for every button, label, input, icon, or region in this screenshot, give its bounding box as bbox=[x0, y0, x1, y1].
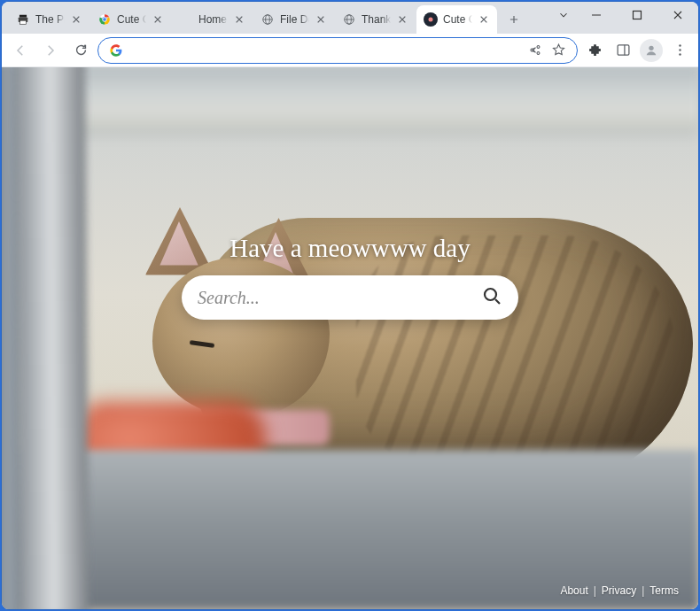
close-icon[interactable] bbox=[70, 13, 82, 26]
close-icon[interactable] bbox=[315, 13, 327, 26]
separator: | bbox=[594, 584, 596, 597]
svg-rect-12 bbox=[618, 45, 629, 55]
chevron-down-icon[interactable] bbox=[551, 2, 576, 28]
svg-point-14 bbox=[679, 44, 681, 46]
tab-label: Cute Cats bbox=[443, 13, 472, 26]
toolbar bbox=[2, 34, 698, 67]
close-window-button[interactable] bbox=[657, 2, 698, 28]
profile-button[interactable] bbox=[638, 37, 665, 64]
svg-rect-11 bbox=[634, 12, 642, 19]
blank-icon bbox=[179, 12, 193, 27]
browser-window: The Pirate Cute Cats Home | C bbox=[2, 2, 698, 609]
tab-label: Cute Cats bbox=[117, 13, 146, 26]
svg-rect-0 bbox=[19, 15, 27, 18]
footer-terms-link[interactable]: Terms bbox=[649, 584, 679, 597]
sidepanel-button[interactable] bbox=[610, 37, 636, 64]
window-controls bbox=[551, 2, 698, 28]
minimize-button[interactable] bbox=[576, 2, 617, 28]
app-icon bbox=[424, 12, 438, 27]
tab-cute-cats-1[interactable]: Cute Cats bbox=[90, 5, 171, 34]
printer-icon bbox=[16, 12, 30, 27]
chrome-icon bbox=[97, 12, 112, 27]
hero-headline: Have a meowwww day bbox=[229, 234, 470, 263]
tab-file-download[interactable]: File Down bbox=[253, 5, 334, 34]
svg-point-15 bbox=[679, 49, 681, 50]
tab-label: Home | C bbox=[198, 13, 228, 26]
tab-the-pirate[interactable]: The Pirate bbox=[9, 5, 89, 34]
svg-point-5 bbox=[103, 18, 107, 22]
maximize-button[interactable] bbox=[617, 2, 657, 28]
globe-icon bbox=[342, 12, 356, 27]
avatar bbox=[640, 39, 663, 62]
footer-links: About | Privacy | Terms bbox=[560, 584, 679, 597]
separator: | bbox=[642, 584, 644, 597]
tab-thank-you[interactable]: Thank yo bbox=[335, 5, 416, 34]
search-input[interactable] bbox=[198, 288, 472, 308]
forward-button[interactable] bbox=[37, 37, 64, 64]
svg-rect-2 bbox=[20, 20, 27, 24]
globe-icon bbox=[261, 12, 275, 27]
background-image bbox=[2, 67, 698, 609]
svg-point-17 bbox=[485, 289, 496, 300]
search-bar[interactable] bbox=[182, 275, 518, 320]
tab-home[interactable]: Home | C bbox=[172, 5, 253, 34]
svg-point-10 bbox=[429, 18, 433, 22]
bookmark-star-icon[interactable] bbox=[550, 43, 566, 58]
svg-point-13 bbox=[649, 45, 653, 50]
page-content: Have a meowwww day About | Privacy | Ter… bbox=[2, 67, 698, 609]
close-icon[interactable] bbox=[152, 13, 164, 26]
svg-point-16 bbox=[679, 53, 681, 55]
google-icon bbox=[109, 43, 123, 58]
search-icon[interactable] bbox=[481, 285, 502, 310]
hero: Have a meowwww day bbox=[182, 234, 518, 320]
close-icon[interactable] bbox=[478, 13, 490, 26]
close-icon[interactable] bbox=[396, 13, 408, 26]
new-tab-button[interactable] bbox=[502, 7, 526, 32]
back-button[interactable] bbox=[7, 37, 34, 64]
url-input[interactable] bbox=[132, 43, 517, 58]
extensions-button[interactable] bbox=[581, 37, 608, 64]
address-bar[interactable] bbox=[97, 37, 578, 64]
footer-privacy-link[interactable]: Privacy bbox=[602, 584, 636, 597]
tab-label: File Down bbox=[280, 13, 309, 26]
tab-label: The Pirate bbox=[35, 13, 65, 26]
toolbar-right bbox=[581, 37, 693, 64]
tab-label: Thank yo bbox=[362, 13, 391, 26]
menu-button[interactable] bbox=[666, 37, 693, 64]
close-icon[interactable] bbox=[233, 13, 245, 26]
reload-button[interactable] bbox=[67, 37, 94, 64]
footer-about-link[interactable]: About bbox=[560, 584, 587, 597]
tab-strip: The Pirate Cute Cats Home | C bbox=[2, 2, 698, 34]
share-icon[interactable] bbox=[525, 43, 541, 58]
tab-cute-cats-active[interactable]: Cute Cats bbox=[416, 5, 497, 34]
